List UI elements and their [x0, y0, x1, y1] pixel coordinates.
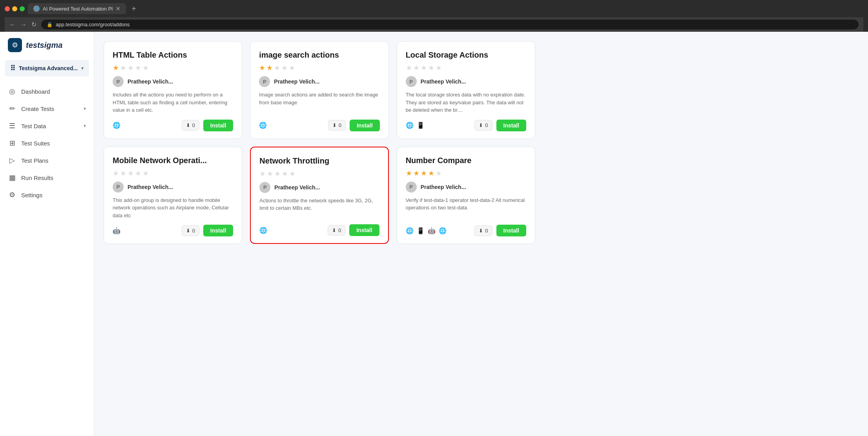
- platform-icons: 🌐: [113, 122, 178, 129]
- workspace-dots-icon: ⠿: [10, 64, 16, 73]
- tab-favicon: 🌐: [33, 5, 40, 12]
- addons-grid: HTML Table Actions★★★★★PPratheep Velich.…: [104, 41, 535, 244]
- dashboard-icon: ◎: [8, 87, 16, 96]
- sidebar-item-run-results[interactable]: ▦ Run Results: [0, 169, 94, 186]
- download-count: ⬇0: [474, 225, 492, 236]
- download-number: 0: [338, 227, 341, 233]
- star-icon: ★: [413, 169, 419, 178]
- addon-description: Includes all the actions you need to per…: [113, 91, 233, 114]
- sidebar: ⚙ testsigma ⠿ Testsigma Advanced... ▾ ◎ …: [0, 32, 94, 436]
- reload-button[interactable]: ↻: [31, 21, 36, 28]
- globe-icon: 🌐: [259, 227, 267, 234]
- addon-description: The local storage stores data with no ex…: [406, 91, 526, 114]
- download-number: 0: [485, 228, 488, 234]
- addon-card-image-search-actions: image search actions★★★★★PPratheep Velic…: [250, 41, 388, 139]
- star-icon: ★: [428, 64, 434, 72]
- addon-footer: 🌐⬇0Install: [259, 120, 379, 131]
- sidebar-item-test-plans[interactable]: ▷ Test Plans: [0, 152, 94, 169]
- sidebar-logo: ⚙ testsigma: [0, 38, 94, 60]
- sidebar-item-settings[interactable]: ⚙ Settings: [0, 186, 94, 203]
- sidebar-item-test-suites[interactable]: ⊞ Test Suites: [0, 134, 94, 152]
- browser-tab[interactable]: 🌐 AI Powered Test Automation Pl ✕: [28, 3, 126, 14]
- test-suites-icon: ⊞: [8, 139, 16, 147]
- addon-card-html-table-actions: HTML Table Actions★★★★★PPratheep Velich.…: [104, 41, 242, 139]
- author-name: Pratheep Velich...: [421, 78, 466, 85]
- addon-title: Mobile Network Operati...: [113, 156, 233, 165]
- globe-icon: 🌐: [113, 122, 120, 129]
- addon-card-network-throttling: Network Throttling★★★★★PPratheep Velich.…: [250, 147, 388, 244]
- sidebar-item-label: Test Plans: [21, 157, 86, 164]
- star-icon: ★: [421, 64, 427, 72]
- install-button-number-compare[interactable]: Install: [496, 225, 526, 236]
- platform-icons: 🌐📱🤖🌐: [406, 227, 471, 234]
- android-icon: 🤖: [113, 227, 120, 234]
- author-name: Pratheep Velich...: [128, 184, 173, 190]
- star-icon: ★: [281, 64, 288, 72]
- sidebar-item-label: Settings: [21, 192, 86, 198]
- author-avatar: P: [259, 182, 270, 193]
- install-button-local-storage-actions[interactable]: Install: [496, 120, 526, 131]
- logo-icon: ⚙: [8, 38, 22, 52]
- download-icon: ⬇: [479, 122, 483, 128]
- star-icon: ★: [289, 169, 295, 178]
- author-name: Pratheep Velich...: [128, 78, 173, 85]
- sidebar-item-create-tests[interactable]: ✏ Create Tests ▾: [0, 100, 94, 117]
- addon-title: Number Compare: [406, 156, 526, 165]
- sidebar-item-dashboard[interactable]: ◎ Dashboard: [0, 83, 94, 100]
- sidebar-item-label: Create Tests: [21, 105, 79, 112]
- url-text: app.testsigma.com/groot/addons: [56, 22, 130, 27]
- star-icon: ★: [113, 64, 119, 72]
- star-icon: ★: [113, 169, 119, 178]
- addon-footer: 🤖⬇0Install: [113, 225, 233, 236]
- download-icon: ⬇: [186, 122, 190, 128]
- maximize-button[interactable]: [20, 6, 25, 11]
- star-icon: ★: [267, 169, 273, 178]
- author-row: PPratheep Velich...: [113, 76, 233, 87]
- star-icon: ★: [436, 64, 442, 72]
- tab-close-icon[interactable]: ✕: [116, 5, 120, 12]
- lock-icon: 🔒: [47, 22, 53, 27]
- new-tab-button[interactable]: +: [131, 4, 136, 13]
- install-button-network-throttling[interactable]: Install: [349, 224, 379, 236]
- close-button[interactable]: [5, 6, 10, 11]
- app-container: ⚙ testsigma ⠿ Testsigma Advanced... ▾ ◎ …: [0, 32, 868, 436]
- sidebar-item-test-data[interactable]: ☰ Test Data ▾: [0, 117, 94, 134]
- minimize-button[interactable]: [12, 6, 17, 11]
- addon-description: Image search actions are added to search…: [259, 91, 379, 114]
- run-results-icon: ▦: [8, 173, 16, 182]
- download-icon: ⬇: [332, 227, 336, 233]
- addon-footer: 🌐⬇0Install: [259, 224, 379, 236]
- install-button-mobile-network-operations[interactable]: Install: [203, 225, 233, 236]
- workspace-selector[interactable]: ⠿ Testsigma Advanced... ▾: [5, 60, 89, 76]
- author-row: PPratheep Velich...: [259, 182, 379, 193]
- forward-button[interactable]: →: [20, 21, 27, 28]
- platform-icons: 🌐📱: [406, 122, 471, 129]
- workspace-chevron-icon: ▾: [81, 65, 84, 71]
- author-name: Pratheep Velich...: [421, 184, 466, 190]
- browser-chrome: 🌐 AI Powered Test Automation Pl ✕ + ← → …: [0, 0, 868, 32]
- author-row: PPratheep Velich...: [259, 76, 379, 87]
- addon-title: Local Storage Actions: [406, 50, 526, 60]
- install-button-image-search-actions[interactable]: Install: [350, 120, 379, 131]
- star-icon: ★: [274, 169, 281, 178]
- download-icon: ⬇: [332, 122, 337, 128]
- star-icon: ★: [266, 64, 273, 72]
- mobile-icon: 📱: [417, 227, 425, 234]
- star-icon: ★: [259, 64, 265, 72]
- addon-stars: ★★★★★: [259, 169, 379, 178]
- download-count: ⬇0: [182, 225, 199, 236]
- workspace-name: Testsigma Advanced...: [19, 65, 78, 71]
- logo-text: testsigma: [26, 41, 62, 50]
- android-icon: 🤖: [428, 227, 436, 234]
- download-number: 0: [485, 122, 488, 128]
- install-button-html-table-actions[interactable]: Install: [203, 120, 233, 131]
- main-content: HTML Table Actions★★★★★PPratheep Velich.…: [94, 32, 868, 436]
- star-icon: ★: [428, 169, 434, 178]
- back-button[interactable]: ←: [9, 21, 16, 28]
- browser-titlebar: 🌐 AI Powered Test Automation Pl ✕ +: [5, 3, 863, 14]
- address-bar[interactable]: 🔒 app.testsigma.com/groot/addons: [41, 20, 859, 29]
- mobile-icon: 📱: [417, 122, 425, 129]
- sidebar-item-label: Dashboard: [21, 88, 86, 95]
- sidebar-item-label: Run Results: [21, 174, 86, 181]
- author-row: PPratheep Velich...: [406, 182, 526, 193]
